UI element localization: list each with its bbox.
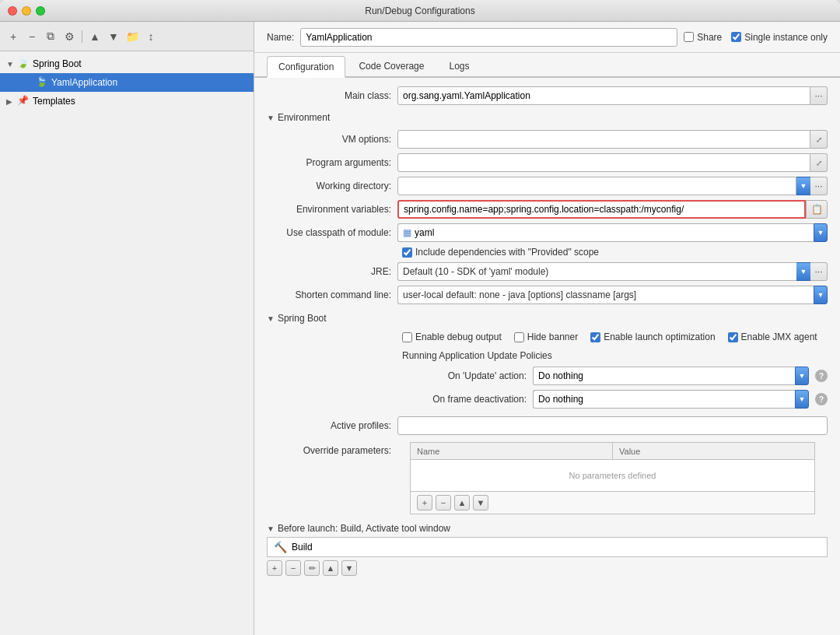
close-button[interactable] <box>8 6 17 16</box>
module-dropdown-button[interactable]: ▼ <box>814 223 828 242</box>
main-class-label: Main class: <box>267 90 391 101</box>
program-args-input[interactable] <box>397 153 810 172</box>
vm-options-input[interactable] <box>397 130 810 149</box>
main-class-input[interactable] <box>397 86 810 105</box>
traffic-lights <box>8 6 45 16</box>
shorten-cmd-dropdown-button[interactable]: ▼ <box>814 286 828 304</box>
module-field: ▦ yaml <box>397 223 814 242</box>
move-before-launch-down-button[interactable]: ▼ <box>341 560 357 576</box>
env-vars-browse-button[interactable]: 📋 <box>806 200 828 219</box>
debug-output-text: Enable debug output <box>415 332 502 342</box>
working-dir-label: Working directory: <box>267 181 391 191</box>
working-dir-browse-button[interactable]: ··· <box>810 177 828 195</box>
hide-banner-checkbox[interactable] <box>514 332 524 342</box>
sidebar-item-spring-boot[interactable]: ▼ 🍃 Spring Boot <box>0 54 254 73</box>
jre-browse-button[interactable]: ··· <box>810 262 828 281</box>
program-args-expand-button[interactable]: ⤢ <box>810 153 828 172</box>
remove-before-launch-button[interactable]: − <box>285 560 301 576</box>
on-frame-value-display: Do nothing <box>533 390 795 409</box>
edit-before-launch-button[interactable]: ✏ <box>304 560 320 576</box>
title-bar: Run/Debug Configurations <box>0 0 840 22</box>
build-icon: 🔨 <box>274 541 287 553</box>
vm-expand-button[interactable]: ⤢ <box>810 130 828 149</box>
environment-label: Environment <box>278 112 330 123</box>
move-up-button[interactable]: ▲ <box>86 28 103 45</box>
move-down-button[interactable]: ▼ <box>105 28 122 45</box>
share-checkbox[interactable] <box>684 32 694 42</box>
sidebar: + − ⧉ ⚙ ▲ ▼ 📁 ↕ ▼ 🍃 Spring Boot 🍃 <box>0 22 254 635</box>
launch-opt-checkbox[interactable] <box>590 332 600 342</box>
jmx-agent-checkbox[interactable] <box>728 332 738 342</box>
sidebar-item-templates[interactable]: ▶ 📌 Templates <box>0 92 254 111</box>
main-class-row: Main class: ··· <box>254 84 840 107</box>
add-before-launch-button[interactable]: + <box>267 560 282 576</box>
tab-configuration[interactable]: Configuration <box>267 56 345 78</box>
on-frame-row: On frame deactivation: Do nothing ▼ ? <box>402 388 828 411</box>
on-frame-dropdown-button[interactable]: ▼ <box>795 390 809 409</box>
minimize-button[interactable] <box>22 6 31 16</box>
tab-code-coverage[interactable]: Code Coverage <box>347 54 436 76</box>
env-vars-field: 📋 <box>397 200 828 219</box>
settings-button[interactable]: ⚙ <box>61 28 78 45</box>
active-profiles-label: Active profiles: <box>267 420 391 431</box>
env-vars-label: Environment variables: <box>267 204 391 215</box>
spring-boot-icon: 🍃 <box>17 58 30 70</box>
program-args-label: Program arguments: <box>267 157 391 168</box>
env-arrow-icon: ▼ <box>267 114 275 122</box>
hide-banner-text: Hide banner <box>527 332 578 342</box>
tab-logs[interactable]: Logs <box>437 54 481 76</box>
maximize-button[interactable] <box>36 6 45 16</box>
templates-icon: 📌 <box>17 95 30 107</box>
build-item: 🔨 Build <box>267 537 828 557</box>
move-before-launch-up-button[interactable]: ▲ <box>323 560 338 576</box>
include-deps-checkbox[interactable] <box>402 247 412 258</box>
working-dir-input[interactable] <box>397 177 796 195</box>
form-content: Main class: ··· ▼ Environment VM options… <box>254 78 840 635</box>
remove-param-button[interactable]: − <box>436 495 451 510</box>
on-update-select: Do nothing ▼ <box>533 367 809 385</box>
copy-config-button[interactable]: ⧉ <box>42 28 59 45</box>
templates-label: Templates <box>33 96 75 107</box>
before-launch-toolbar: + − ✏ ▲ ▼ <box>267 557 828 579</box>
override-params-field: Name Value No parameters defined + − ▲ ▼ <box>397 442 828 514</box>
single-instance-label[interactable]: Single instance only <box>731 32 828 43</box>
tabs-bar: Configuration Code Coverage Logs <box>254 53 840 78</box>
hide-banner-label[interactable]: Hide banner <box>514 332 578 342</box>
vm-options-row: VM options: ⤢ <box>254 128 840 151</box>
add-config-button[interactable]: + <box>5 28 22 45</box>
spring-boot-section-header: ▼ Spring Boot <box>254 308 840 328</box>
move-param-down-button[interactable]: ▼ <box>473 495 488 510</box>
sort-button[interactable]: ↕ <box>142 28 159 45</box>
working-dir-dropdown-button[interactable]: ▼ <box>796 177 810 195</box>
spring-boot-section-label: Spring Boot <box>278 313 327 324</box>
jre-dropdown-button[interactable]: ▼ <box>796 262 810 281</box>
main-class-browse-button[interactable]: ··· <box>810 86 828 105</box>
jre-label: JRE: <box>267 266 391 277</box>
add-param-button[interactable]: + <box>417 495 432 510</box>
yaml-app-icon: 🍃 <box>36 76 48 89</box>
jre-field: Default (10 - SDK of 'yaml' module) ▼ ··… <box>397 262 828 281</box>
jmx-agent-label[interactable]: Enable JMX agent <box>728 332 817 342</box>
folder-button[interactable]: 📁 <box>124 28 141 45</box>
on-update-dropdown-button[interactable]: ▼ <box>795 367 809 385</box>
sidebar-item-yaml-application[interactable]: 🍃 YamlApplication <box>0 73 254 92</box>
on-update-help-icon[interactable]: ? <box>815 370 828 382</box>
move-param-up-button[interactable]: ▲ <box>454 495 470 510</box>
expand-arrow-icon: ▼ <box>6 60 17 68</box>
active-profiles-input[interactable] <box>397 416 828 435</box>
env-vars-input[interactable] <box>397 200 806 219</box>
launch-opt-label[interactable]: Enable launch optimization <box>590 332 715 342</box>
name-row: Name: Share Single instance only <box>254 22 840 53</box>
on-update-value-text: Do nothing <box>538 370 583 381</box>
debug-output-label[interactable]: Enable debug output <box>402 332 502 342</box>
remove-config-button[interactable]: − <box>23 28 40 45</box>
on-frame-help-icon[interactable]: ? <box>815 393 828 405</box>
table-header: Name Value <box>411 443 814 460</box>
include-deps-label[interactable]: Include dependencies with "Provided" sco… <box>402 247 599 258</box>
share-label[interactable]: Share <box>684 32 722 43</box>
single-instance-checkbox[interactable] <box>731 32 741 42</box>
on-frame-value-text: Do nothing <box>538 394 583 405</box>
name-label: Name: <box>267 32 294 43</box>
name-input[interactable] <box>300 28 677 47</box>
debug-output-checkbox[interactable] <box>402 332 412 342</box>
